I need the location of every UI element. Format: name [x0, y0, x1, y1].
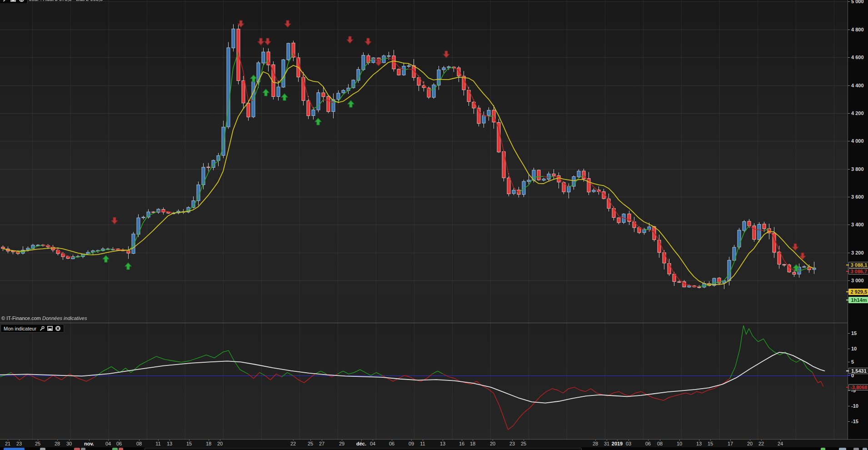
wrench-icon[interactable] [39, 325, 45, 331]
date-tick-label: nov. [84, 441, 94, 446]
axis-tick-mark [848, 421, 850, 422]
date-tick-label: 24 [778, 441, 783, 446]
date-tick-label: 03 [626, 441, 631, 446]
indicator-value-label: -3,8068 [848, 384, 868, 390]
date-tick-label: 23 [509, 441, 515, 446]
taskbar-item[interactable] [821, 448, 825, 450]
date-tick-label: 31 [604, 441, 609, 446]
taskbar-item[interactable] [4, 448, 25, 450]
date-tick-label: 08 [136, 441, 142, 446]
axis-value-marker [846, 271, 849, 272]
zero-line-marker [848, 375, 850, 376]
date-tick-label: 22 [758, 441, 764, 446]
axis-tick-label: 5 000 [851, 0, 864, 4]
taskbar-sliver[interactable] [0, 447, 868, 450]
date-axis[interactable]: 2123252830nov.040608111315182022252729dé… [0, 440, 868, 447]
copyright-note: Données indicatives [42, 315, 87, 321]
price-value-label: 3 086,7 [848, 268, 868, 275]
axis-tick-label: 3 800 [851, 166, 864, 172]
date-tick-label: 21 [5, 441, 10, 446]
date-tick-label: 25 [35, 441, 40, 446]
date-tick-label: 17 [728, 441, 733, 446]
axis-value-marker [846, 300, 849, 300]
price-value-label: 2 929,5 [848, 289, 868, 295]
date-tick-label: 18 [206, 441, 211, 446]
date-tick-label: 13 [440, 441, 445, 446]
axis-tick-label: 5 [851, 359, 854, 365]
axis-tick-mark [848, 390, 850, 391]
date-tick-label: 25 [521, 441, 526, 446]
axis-tick-label: 10 [851, 346, 857, 351]
date-tick-label: 28 [55, 441, 60, 446]
date-tick-label: 23 [16, 441, 22, 446]
taskbar-item[interactable] [112, 448, 118, 450]
taskbar-item[interactable] [81, 448, 85, 450]
date-tick-label: 11 [420, 441, 425, 446]
date-tick-label: 08 [657, 441, 663, 446]
day-high-low-info: Jour : Haut 3 070,5 - Bas 2 900,5 [29, 0, 103, 2]
axis-tick-mark [848, 349, 850, 349]
axis-tick-mark [848, 57, 850, 58]
axis-tick-label: -10 [851, 403, 858, 409]
taskbar-item[interactable] [145, 448, 582, 450]
price-panel: Prix Jour : Haut 3 070,5 - Bas 2 900,5 ©… [0, 0, 848, 323]
date-tick-label: 28 [593, 441, 598, 446]
axis-value-marker [846, 265, 849, 265]
trading-app-window: Prix Jour : Haut 3 070,5 - Bas 2 900,5 ©… [0, 0, 868, 450]
date-tick-label: 04 [105, 441, 111, 446]
price-value-label: 1h14m [848, 297, 868, 303]
date-tick-label: 15 [186, 441, 192, 446]
date-tick-label: 27 [319, 441, 324, 446]
date-tick-label: 30 [66, 441, 72, 446]
date-tick-label: déc. [356, 441, 366, 446]
date-tick-label: 22 [290, 441, 296, 446]
close-icon[interactable] [55, 325, 61, 331]
taskbar-item[interactable] [74, 448, 80, 450]
date-tick-label: 16 [459, 441, 464, 446]
indicator-panel: Mon indicateur [0, 323, 848, 440]
price-axis[interactable]: 5 0004 8004 6004 4004 2004 0003 8003 600… [848, 0, 868, 440]
axis-tick-label: 3 600 [851, 194, 864, 200]
date-tick-label: 06 [389, 441, 394, 446]
axis-tick-label: 15 [851, 330, 857, 336]
indicator-value-label: 1,5431 [848, 368, 868, 374]
date-tick-label: 2019 [612, 441, 623, 446]
close-icon[interactable] [19, 0, 25, 2]
axis-value-marker [846, 291, 849, 292]
date-tick-label: 04 [370, 441, 375, 446]
price-toolbar: Prix [0, 0, 28, 3]
date-tick-label: 18 [470, 441, 475, 446]
axis-value-marker [846, 370, 849, 371]
axis-tick-label: 4 600 [851, 55, 864, 60]
axis-tick-label: 3 200 [851, 250, 864, 255]
taskbar-item[interactable] [40, 448, 45, 450]
axis-tick-mark [848, 406, 850, 406]
axis-tick-mark [848, 362, 850, 362]
copyright-text: © IT-Finance.com [1, 315, 41, 321]
indicator-title: Mon indicateur [4, 326, 36, 331]
price-value-label: 3 088,1 [848, 262, 868, 268]
axis-tick-mark [848, 141, 850, 141]
date-tick-label: 15 [708, 441, 713, 446]
taskbar-item[interactable] [853, 448, 859, 450]
axis-tick-label: 4 400 [851, 83, 864, 88]
axis-tick-label: 3 400 [851, 222, 864, 227]
axis-tick-label: -15 [851, 419, 858, 424]
taskbar-item[interactable] [119, 448, 123, 450]
date-tick-label: 20 [747, 441, 753, 446]
taskbar-item[interactable] [839, 448, 846, 450]
axis-tick-mark [848, 333, 850, 334]
axis-tick-mark [848, 169, 850, 170]
date-tick-label: 11 [155, 441, 160, 446]
taskbar-item[interactable] [863, 448, 867, 450]
axis-tick-mark [848, 1, 850, 2]
axis-tick-label: 4 000 [851, 138, 864, 144]
axis-tick-mark [848, 30, 850, 30]
axis-tick-mark [848, 197, 850, 197]
price-chart-canvas[interactable] [0, 0, 848, 323]
window-icon[interactable] [10, 0, 16, 2]
date-tick-label: 25 [308, 441, 313, 446]
wrench-icon[interactable] [2, 0, 8, 2]
indicator-chart-canvas[interactable] [0, 323, 848, 440]
window-icon[interactable] [47, 325, 53, 331]
